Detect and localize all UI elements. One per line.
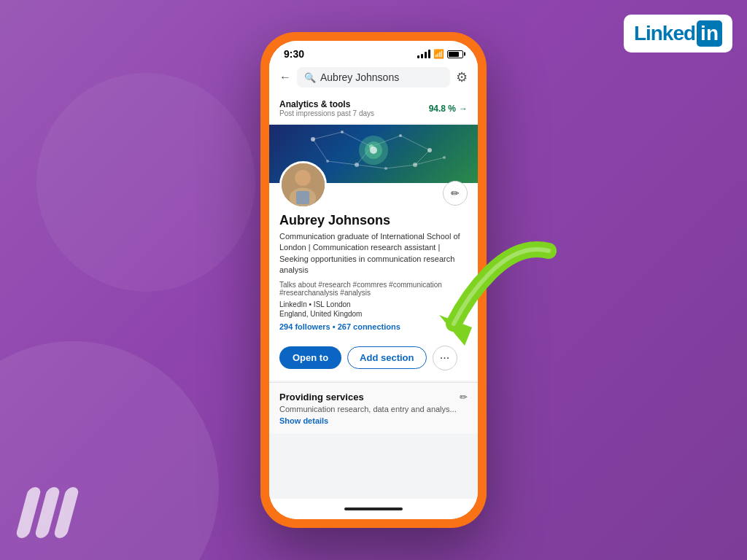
add-section-button[interactable]: Add section [347,346,426,369]
services-edit-icon[interactable]: ✏ [460,392,468,402]
analytics-bar[interactable]: Analytics & tools Post impressions past … [269,93,478,123]
search-input-container[interactable]: 🔍 Aubrey Johnsons [297,67,450,88]
green-arrow-container [432,236,563,356]
services-description: Communication research, data entry and a… [279,405,468,413]
svg-line-10 [313,132,342,139]
svg-point-23 [370,147,377,154]
profile-avatar-area: ✏ [269,161,478,209]
services-header: Providing services ✏ [279,392,468,402]
services-show-details[interactable]: Show details [279,416,468,425]
search-icon: 🔍 [304,72,316,83]
linkedin-wordmark: Linked [634,22,695,45]
analytics-title: Analytics & tools [279,99,374,109]
analytics-number: 94.8 % [429,104,456,114]
profile-name: Aubrey Johnsons [279,213,468,228]
avatar [279,161,327,209]
bg-decoration-2 [36,73,255,292]
decorative-slashes [22,487,73,538]
svg-line-13 [400,136,430,150]
search-bar: ← 🔍 Aubrey Johnsons ⚙ [269,64,478,93]
home-bar [344,508,403,510]
green-arrow [432,236,563,353]
svg-line-14 [313,139,328,161]
search-value: Aubrey Johnsons [320,71,399,83]
status-time: 9:30 [284,48,304,60]
analytics-arrow: → [459,104,468,114]
edit-profile-button[interactable]: ✏ [443,181,468,206]
signal-icon [417,50,430,58]
wifi-icon: 📶 [433,49,444,59]
analytics-value: 94.8 % → [429,104,468,114]
analytics-info: Analytics & tools Post impressions past … [279,99,374,117]
linkedin-in-badge: in [697,20,722,47]
svg-rect-27 [296,191,309,204]
linkedin-logo: Linked in [624,15,732,52]
services-title: Providing services [279,392,364,402]
svg-point-25 [295,170,311,186]
open-to-button[interactable]: Open to [279,346,341,369]
battery-icon [447,50,463,58]
status-bar: 9:30 📶 [269,41,478,64]
back-button[interactable]: ← [279,71,291,84]
home-indicator [269,499,478,519]
analytics-subtitle: Post impressions past 7 days [279,109,374,117]
services-card: Providing services ✏ Communication resea… [269,382,478,434]
settings-icon[interactable]: ⚙ [456,69,468,85]
status-icons: 📶 [417,49,463,59]
